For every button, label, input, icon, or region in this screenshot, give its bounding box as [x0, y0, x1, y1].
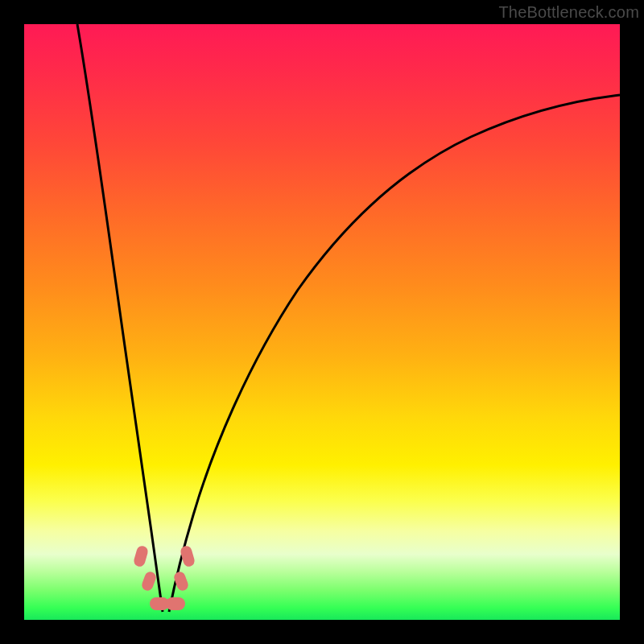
curve-layer: [24, 24, 620, 620]
marker-m6: [180, 545, 196, 568]
marker-m1: [133, 545, 150, 568]
marker-m5: [172, 570, 189, 592]
attribution-text: TheBottleneck.com: [498, 3, 639, 22]
plot-area: [24, 24, 620, 620]
marker-m4: [166, 597, 185, 610]
marker-m2: [140, 570, 157, 592]
outer-frame: TheBottleneck.com: [0, 0, 644, 644]
curve-left: [77, 24, 163, 612]
curve-right: [169, 95, 620, 612]
